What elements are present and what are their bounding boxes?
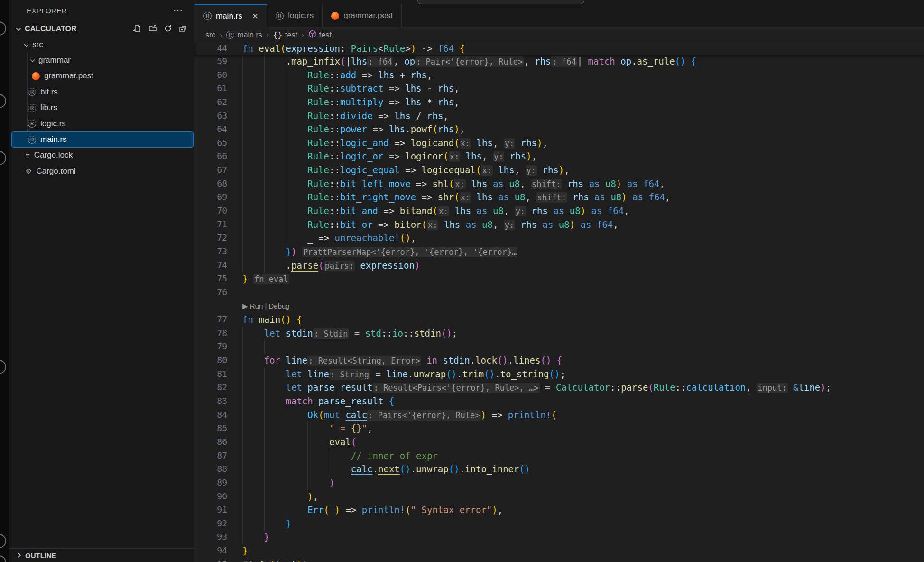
activity-bar-icon[interactable] xyxy=(0,555,6,562)
code-content[interactable]: Rule::bit_right_move => shr(x: lhs as u8… xyxy=(227,190,924,204)
code-text: _ => unreachable!(), xyxy=(242,233,416,243)
code-content[interactable]: Rule::logic_equal => logicequal(x: lhs, … xyxy=(227,163,924,177)
token: , xyxy=(504,206,515,216)
code-editor[interactable]: 44fn eval(expression: Pairs<Rule>) -> f6… xyxy=(195,42,924,562)
pest-file-icon xyxy=(331,12,339,20)
run-debug-link[interactable]: ▶ Run | Debug xyxy=(242,302,290,310)
code-content[interactable]: eval( xyxy=(227,435,924,449)
token: => xyxy=(378,206,400,216)
sidebar-item-main-rs[interactable]: Rmain.rs xyxy=(11,131,194,147)
command-center[interactable] xyxy=(417,0,584,4)
code-content[interactable]: Rule::add => lhs + rhs, xyxy=(227,68,924,82)
code-content[interactable]: .parse(pairs: expression) xyxy=(227,259,924,272)
sidebar-item-cargo-toml[interactable]: ⚙Cargo.toml xyxy=(9,163,194,179)
tab-bar: Rmain.rs✕Rlogic.rsgrammar.pest xyxy=(195,4,924,28)
code-content[interactable] xyxy=(227,340,924,354)
line-number: 90 xyxy=(195,490,227,504)
code-content[interactable]: fn main() { xyxy=(227,313,924,327)
collapse-all-icon[interactable] xyxy=(179,24,187,33)
indent-guide xyxy=(286,190,286,204)
code-content[interactable]: Err(_) => println!(" Syntax error"), xyxy=(227,503,924,517)
code-content[interactable]: } fn eval xyxy=(227,272,924,286)
code-content[interactable]: Rule::bit_and => bitand(x: lhs as u8, y:… xyxy=(227,204,924,218)
sidebar-item-lib-rs[interactable]: Rlib.rs xyxy=(9,100,194,116)
tab-main-rs[interactable]: Rmain.rs✕ xyxy=(195,4,267,28)
token: ) xyxy=(559,165,564,175)
code-line: 80 for line: Result<String, Error> in st… xyxy=(195,354,924,367)
breadcrumb-item-main.rs[interactable]: Rmain.rs xyxy=(226,31,262,39)
indent-guide xyxy=(286,68,286,82)
code-content[interactable]: .map_infix(|lhs: f64, op: Pair<'{error},… xyxy=(227,55,924,68)
code-content[interactable]: let parse_result: Result<Pairs<'{error},… xyxy=(227,381,924,394)
code-content[interactable]: // inner of expr xyxy=(227,449,924,463)
activity-bar-icon[interactable] xyxy=(0,534,6,548)
code-content[interactable]: } xyxy=(227,530,924,544)
token: , xyxy=(493,219,504,230)
section-header-calculator[interactable]: CALCULATOR xyxy=(9,21,194,37)
sidebar-item-grammar[interactable]: grammar xyxy=(9,52,194,68)
more-actions-icon[interactable]: ⋯ xyxy=(173,5,184,16)
code-content[interactable]: Rule::logic_or => logicor(x: lhs, y: rhs… xyxy=(227,150,924,163)
run-debug-lens[interactable]: ▶ Run | Debug xyxy=(227,300,924,313)
code-content[interactable]: fn eval(expression: Pairs<Rule>) -> f64 … xyxy=(227,42,924,55)
code-content[interactable]: let stdin: Stdin = std::io::stdin(); xyxy=(227,327,924,340)
breadcrumb-label: test xyxy=(285,31,297,39)
sidebar-item-cargo-lock[interactable]: ≡Cargo.lock xyxy=(9,148,194,163)
indent-guide xyxy=(264,82,265,95)
close-icon[interactable]: ✕ xyxy=(252,12,259,20)
outline-section-header[interactable]: OUTLINE xyxy=(9,548,194,562)
code-content[interactable]: }) PrattParserMap<'{error}, '{error}, '{… xyxy=(227,245,924,259)
code-content[interactable]: ), xyxy=(227,490,924,504)
indent-guide xyxy=(242,408,243,422)
sidebar-item-src[interactable]: src xyxy=(9,37,194,52)
sidebar-item-bit-rs[interactable]: Rbit.rs xyxy=(9,84,194,100)
token: :: xyxy=(329,70,340,80)
activity-bar-icon[interactable] xyxy=(0,94,6,108)
code-content[interactable]: match parse_result { xyxy=(227,394,924,408)
code-content[interactable]: _ => unreachable!(), xyxy=(227,231,924,245)
code-content[interactable]: } xyxy=(227,544,924,558)
code-content[interactable]: Rule::logic_and => logicand(x: lhs, y: r… xyxy=(227,136,924,150)
activity-bar-icon[interactable] xyxy=(0,360,6,374)
code-content[interactable]: Rule::bit_or => bitor(x: lhs as u8, y: r… xyxy=(227,218,924,232)
token: , xyxy=(526,192,536,202)
activity-bar-icon[interactable] xyxy=(0,21,6,36)
code-content[interactable]: Rule::power => lhs.powf(rhs), xyxy=(227,122,924,136)
token: ( xyxy=(405,505,410,515)
breadcrumb-item-test[interactable]: test xyxy=(308,30,332,40)
activity-bar-icon[interactable] xyxy=(0,151,6,165)
code-content[interactable]: #[cfg(test)] xyxy=(227,558,924,562)
code-content[interactable] xyxy=(227,286,924,300)
code-content[interactable]: for line: Result<String, Error> in stdin… xyxy=(227,354,924,367)
token: lhs xyxy=(444,219,460,230)
cargo-lock-file-icon: ≡ xyxy=(26,152,30,159)
tab-grammar-pest[interactable]: grammar.pest xyxy=(323,4,402,27)
breadcrumb-item-src[interactable]: src xyxy=(205,31,215,39)
new-folder-icon[interactable] xyxy=(148,24,157,33)
tab-logic-rs[interactable]: Rlogic.rs xyxy=(267,4,323,27)
code-content[interactable]: Rule::bit_left_move => shl(x: lhs as u8,… xyxy=(227,177,924,191)
code-content[interactable]: Ok(mut calc: Pairs<'{error}, Rule>) => p… xyxy=(227,408,924,422)
code-content[interactable]: Rule::multiply => lhs * rhs, xyxy=(227,95,924,109)
token: Rule xyxy=(307,178,329,189)
token xyxy=(248,273,253,284)
code-content[interactable]: Rule::divide => lhs / rhs, xyxy=(227,109,924,123)
new-file-icon[interactable] xyxy=(133,24,142,33)
pest-file-icon xyxy=(32,72,40,80)
sidebar-item-grammar-pest[interactable]: grammar.pest xyxy=(9,68,194,84)
indent-guide xyxy=(264,340,265,354)
code-content[interactable]: } xyxy=(227,517,924,531)
code-line: 78 let stdin: Stdin = std::io::stdin(); xyxy=(195,327,924,340)
code-line: 65 Rule::logic_and => logicand(x: lhs, y… xyxy=(195,136,924,150)
code-content[interactable]: ) xyxy=(227,476,924,490)
sticky-scroll-line[interactable]: 44fn eval(expression: Pairs<Rule>) -> f6… xyxy=(195,42,924,55)
code-content[interactable]: Rule::subtract => lhs - rhs, xyxy=(227,82,924,95)
code-content[interactable]: " = {}", xyxy=(227,422,924,435)
breadcrumb-item-test[interactable]: {}test xyxy=(273,30,297,39)
code-content[interactable]: calc.next().unwrap().into_inner() xyxy=(227,462,924,476)
token: divide xyxy=(340,111,373,121)
refresh-icon[interactable] xyxy=(164,24,172,33)
sidebar-item-logic-rs[interactable]: Rlogic.rs xyxy=(9,116,194,131)
code-content[interactable]: let line: String = line.unwrap().trim().… xyxy=(227,367,924,381)
indent-guide xyxy=(264,55,265,68)
